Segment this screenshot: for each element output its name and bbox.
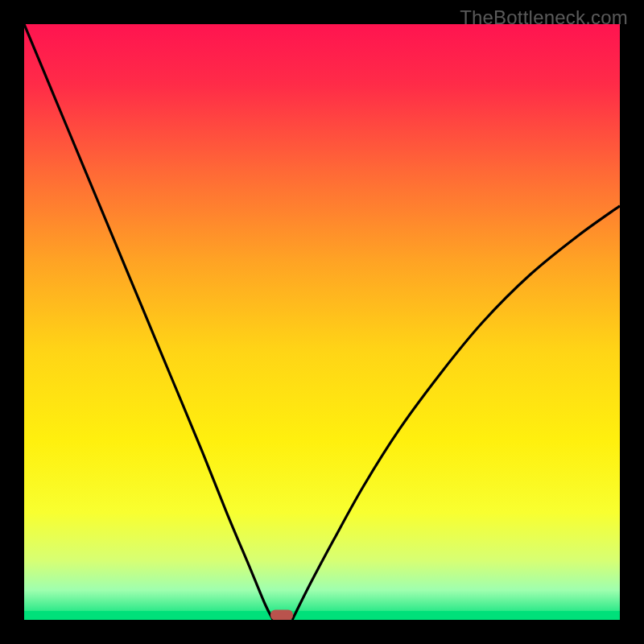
curve-right	[292, 206, 620, 620]
curve-overlay	[24, 24, 620, 620]
match-marker	[270, 610, 293, 620]
curve-left	[24, 24, 273, 620]
plot-area	[24, 24, 620, 620]
watermark-text: TheBottleneck.com	[460, 6, 628, 29]
